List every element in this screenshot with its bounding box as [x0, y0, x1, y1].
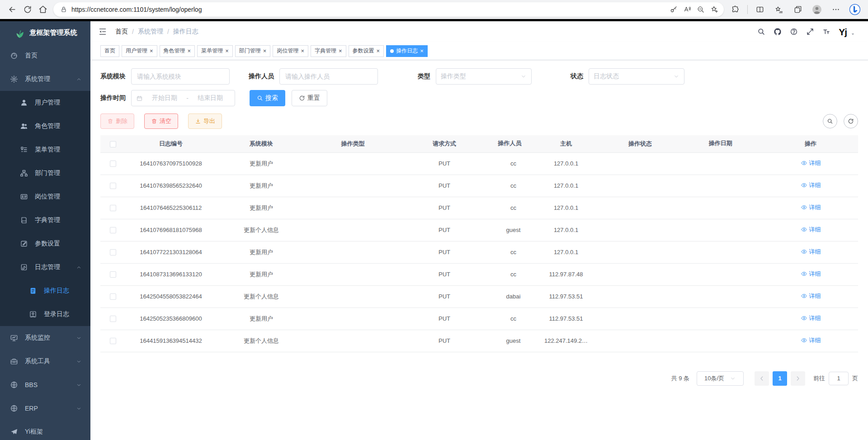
tab[interactable]: 字典管理 × [311, 45, 346, 57]
detail-link[interactable]: 详细 [801, 181, 821, 189]
column-header[interactable]: 系统模块 [216, 135, 307, 152]
operator-input[interactable] [279, 68, 378, 85]
tab[interactable]: 参数设置 × [349, 45, 384, 57]
select-all-checkbox[interactable] [110, 141, 116, 147]
sidebar-item[interactable]: Yi框架 [0, 420, 90, 440]
detail-link[interactable]: 详细 [801, 203, 821, 212]
password-key-icon[interactable] [667, 3, 680, 16]
lock-icon[interactable] [58, 4, 70, 15]
prev-page-button[interactable] [755, 371, 769, 386]
app-logo[interactable]: 意框架管理系统 [0, 21, 90, 44]
sidebar-item[interactable]: 系统监控 [0, 326, 90, 350]
breadcrumb-item[interactable]: / 操作日志 [163, 28, 198, 36]
sidebar-item[interactable]: 日志管理 [0, 255, 90, 279]
detail-link[interactable]: 详细 [801, 292, 821, 300]
column-header[interactable]: 操作人员 [490, 135, 537, 152]
reset-button[interactable]: 重置 [292, 90, 327, 106]
sidebar-item[interactable]: 用户管理 [0, 91, 90, 114]
tab[interactable]: 操作日志 × [386, 45, 428, 57]
toggle-search-button[interactable] [823, 114, 837, 128]
goto-page-input[interactable] [829, 372, 849, 385]
tab[interactable]: 首页 [100, 45, 119, 57]
home-icon[interactable] [35, 2, 51, 17]
sidebar-collapse-icon[interactable] [98, 27, 108, 37]
search-icon[interactable] [757, 28, 765, 36]
bing-icon[interactable] [848, 3, 862, 16]
date-range-picker[interactable]: 开始日期 - 结束日期 [131, 90, 235, 106]
next-page-button[interactable] [791, 371, 805, 386]
page-size-select[interactable]: 10条/页 [697, 371, 744, 386]
detail-link[interactable]: 详细 [801, 314, 821, 322]
close-icon[interactable]: × [225, 48, 229, 54]
row-checkbox[interactable] [110, 183, 116, 189]
favorites-bar-icon[interactable] [772, 3, 786, 16]
tab[interactable]: 岗位管理 × [273, 45, 308, 57]
tab[interactable]: 用户管理 × [122, 45, 157, 57]
add-favorite-star-icon[interactable] [708, 3, 721, 16]
sidebar-item[interactable]: 部门管理 [0, 161, 90, 185]
sidebar-item[interactable]: 角色管理 [0, 114, 90, 138]
sidebar-item[interactable]: 操作日志 [0, 279, 90, 303]
delete-button[interactable]: 删除 [100, 114, 134, 129]
sidebar-item[interactable]: 系统管理 [0, 67, 90, 91]
tab[interactable]: 部门管理 × [235, 45, 271, 57]
zoom-out-icon[interactable] [694, 3, 708, 16]
row-checkbox[interactable] [110, 271, 116, 278]
close-icon[interactable]: × [377, 48, 380, 54]
detail-link[interactable]: 详细 [801, 159, 821, 167]
sidebar-item[interactable]: 岗位管理 [0, 185, 90, 208]
profile-avatar[interactable] [810, 3, 824, 16]
column-header[interactable]: 操作 [763, 135, 858, 152]
column-header[interactable]: 操作类型 [307, 135, 399, 152]
read-aloud-icon[interactable] [680, 3, 694, 16]
url-text[interactable]: https://ccnetcore.com:1101/system/log/op… [70, 6, 667, 13]
detail-link[interactable]: 详细 [801, 336, 821, 345]
row-checkbox[interactable] [110, 293, 116, 300]
font-size-icon[interactable] [822, 28, 830, 36]
help-icon[interactable] [790, 28, 798, 36]
close-icon[interactable]: × [339, 48, 342, 54]
sidebar-item[interactable]: 系统工具 [0, 350, 90, 373]
sidebar-item[interactable]: 字典管理 [0, 208, 90, 232]
row-checkbox[interactable] [110, 249, 116, 255]
sidebar-item[interactable]: 菜单管理 [0, 138, 90, 161]
close-icon[interactable]: × [420, 48, 424, 54]
user-caret-icon[interactable] [850, 32, 855, 37]
row-checkbox[interactable] [110, 161, 116, 167]
sidebar-item[interactable]: 登录日志 [0, 303, 90, 326]
sidebar-item[interactable]: 参数设置 [0, 232, 90, 255]
github-icon[interactable] [774, 28, 782, 36]
column-header[interactable]: 操作日期 [685, 135, 763, 152]
sidebar-item[interactable]: ERP [0, 397, 90, 420]
collections-icon[interactable] [791, 3, 805, 16]
close-icon[interactable]: × [188, 48, 191, 54]
tab[interactable]: 角色管理 × [160, 45, 195, 57]
back-icon[interactable] [5, 2, 20, 17]
current-page[interactable]: 1 [773, 371, 787, 386]
row-checkbox[interactable] [110, 227, 116, 233]
column-header[interactable]: 日志编号 [126, 135, 216, 152]
column-header[interactable]: 请求方式 [399, 135, 490, 152]
row-checkbox[interactable] [110, 338, 116, 344]
row-checkbox[interactable] [110, 316, 116, 322]
module-input[interactable] [131, 68, 230, 85]
breadcrumb-item[interactable]: / 系统管理 [128, 28, 163, 36]
column-header[interactable]: 操作状态 [595, 135, 685, 152]
fullscreen-icon[interactable] [806, 28, 814, 36]
extensions-icon[interactable] [728, 3, 742, 16]
address-bar[interactable]: https://ccnetcore.com:1101/system/log/op… [53, 2, 724, 17]
status-select[interactable]: 日志状态 [589, 68, 684, 85]
sidebar-item[interactable]: 首页 [0, 44, 90, 67]
breadcrumb-item[interactable]: 首页 [115, 28, 128, 36]
tab[interactable]: 菜单管理 × [197, 45, 233, 57]
refresh-icon[interactable] [20, 2, 35, 17]
sort-caret-icon[interactable] [525, 140, 529, 148]
row-checkbox[interactable] [110, 205, 116, 211]
search-button[interactable]: 搜索 [250, 90, 285, 106]
detail-link[interactable]: 详细 [801, 270, 821, 278]
clear-button[interactable]: 清空 [144, 114, 178, 129]
sidebar-item[interactable]: BBS [0, 373, 90, 397]
refresh-table-button[interactable] [844, 114, 858, 128]
detail-link[interactable]: 详细 [801, 248, 821, 256]
split-screen-icon[interactable] [753, 3, 767, 16]
